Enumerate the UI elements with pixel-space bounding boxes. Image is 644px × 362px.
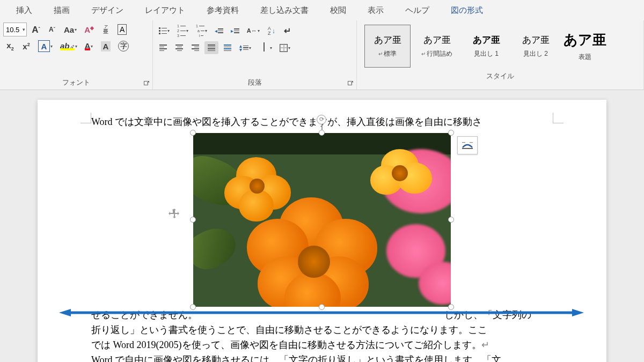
style-preview: あア亜 [522, 34, 550, 46]
outdent-icon: ◂ [215, 28, 223, 34]
resize-handle[interactable] [319, 304, 325, 310]
text-line: せることができません。しかし、「文字列の [91, 308, 553, 323]
group-styles: あア亜↵標準あア亜↵行間詰めあア亜見出し 1あア亜見出し 2あア亜表題 スタイル [357, 20, 644, 90]
dialog-launcher-icon[interactable] [347, 80, 354, 87]
inserted-image[interactable] [193, 133, 451, 307]
resize-handle[interactable] [448, 217, 454, 223]
align-center-button[interactable] [172, 41, 186, 54]
decrease-indent-button[interactable]: ◂ [212, 25, 226, 38]
layout-options-button[interactable] [457, 136, 478, 154]
resize-handle[interactable] [190, 217, 196, 223]
align-right-icon [192, 45, 199, 51]
tab-layout[interactable]: レイアウト [134, 2, 196, 19]
tab-review[interactable]: 校閲 [319, 2, 357, 19]
bullets-icon [159, 27, 167, 34]
align-center-icon [175, 45, 183, 51]
tab-picture-format[interactable]: 図の形式 [440, 2, 494, 19]
tab-help[interactable]: ヘルプ [394, 2, 440, 19]
superscript-button[interactable]: x2 [19, 40, 33, 53]
text-line: では Word 2019(2005)を使って、画像や図を自由に移動させる方法につ… [91, 338, 553, 353]
bullets-button[interactable]: ▾ [156, 25, 172, 38]
tab-insert[interactable]: 挿入 [5, 2, 43, 19]
style-preview: あア亜 [473, 34, 500, 46]
chevron-down-icon: ▾ [91, 44, 93, 49]
group-paragraph: ▾ 123▾ 1ai▾ ◂ ▸ A↔▾ AZ↓ ↵ ▴▾▾ ▾ ▾ 段落 [153, 20, 357, 90]
svg-rect-2 [470, 142, 473, 143]
tab-view[interactable]: 表示 [357, 2, 394, 19]
chevron-down-icon: ▾ [50, 44, 53, 49]
group-font: 10.5 ▾ Aˆ Aˇ Aa▾ A◆ ア亜 A x2 x2 A▾ ab🖊▾ A… [0, 20, 153, 90]
indent-icon: ▸ [231, 28, 239, 34]
image-selection[interactable]: ⟳ [193, 133, 451, 307]
style-preview: あア亜 [423, 34, 451, 46]
chevron-down-icon: ▾ [205, 28, 207, 33]
subscript-button[interactable]: x2 [3, 40, 17, 53]
tab-draw[interactable]: 描画 [43, 2, 80, 19]
distributed-icon [224, 45, 231, 51]
resize-handle[interactable] [448, 130, 454, 136]
highlight-button[interactable]: ab🖊▾ [57, 40, 80, 53]
group-label-font: フォント [3, 76, 149, 90]
svg-rect-1 [462, 142, 465, 143]
text-line: 折り返し」という書式を使うことで、自由に移動させることができるようになります。こ… [91, 323, 553, 338]
dialog-launcher-icon[interactable] [143, 80, 150, 87]
borders-button[interactable]: ▾ [277, 41, 293, 54]
clear-formatting-button[interactable]: A◆ [82, 23, 97, 36]
character-border-button[interactable]: A [115, 23, 129, 36]
chevron-down-icon: ▾ [23, 27, 25, 32]
style-item[interactable]: あア亜↵標準 [364, 25, 411, 68]
distributed-button[interactable] [221, 41, 235, 54]
align-left-icon [159, 45, 167, 51]
style-item[interactable]: あア亜↵行間詰め [414, 25, 460, 68]
margin-marker [80, 113, 91, 123]
numbering-button[interactable]: 123▾ [174, 23, 191, 39]
multilevel-icon: 1ai [196, 24, 204, 38]
sort-button[interactable]: AZ↓ [265, 25, 279, 38]
tab-design[interactable]: デザイン [80, 2, 134, 19]
align-left-button[interactable] [156, 41, 170, 54]
font-color-button[interactable]: A▾ [82, 40, 96, 53]
show-hide-marks-button[interactable]: ↵ [281, 25, 295, 38]
phonetic-guide-button[interactable]: ア亜 [99, 23, 113, 36]
text-line: Word で自由に画像や図を移動させるには、「文字の折り返し」という書式を使用し… [91, 353, 553, 362]
group-label-styles: スタイル [360, 70, 640, 83]
text-effects-button[interactable]: A▾ [35, 39, 55, 54]
resize-handle[interactable] [319, 130, 325, 136]
resize-handle[interactable] [448, 304, 454, 310]
chevron-down-icon: ▾ [270, 46, 272, 50]
style-item[interactable]: あア亜見出し 1 [463, 25, 509, 68]
style-item[interactable]: あア亜見出し 2 [513, 25, 559, 68]
font-size-combo[interactable]: 10.5 ▾ [3, 23, 27, 36]
style-item[interactable]: あア亜表題 [562, 25, 608, 68]
body-text[interactable]: Word では文章中に画像や図を挿入することができますが、挿入直後は画像を自由に… [91, 115, 553, 362]
increase-indent-button[interactable]: ▸ [228, 25, 242, 38]
ribbon: 10.5 ▾ Aˆ Aˇ Aa▾ A◆ ア亜 A x2 x2 A▾ ab🖊▾ A… [0, 20, 644, 90]
line-spacing-button[interactable]: ▴▾▾ [237, 41, 254, 54]
resize-handle[interactable] [190, 304, 196, 310]
tab-references[interactable]: 参考資料 [196, 2, 250, 19]
font-size-value: 10.5 [6, 26, 19, 34]
multilevel-list-button[interactable]: 1ai▾ [193, 23, 210, 39]
move-cursor-icon [167, 207, 181, 221]
chevron-down-icon: ▾ [288, 46, 290, 50]
character-shading-button[interactable]: A [98, 40, 114, 53]
shading-button[interactable]: ▾ [256, 41, 275, 54]
align-right-button[interactable] [188, 41, 202, 54]
resize-handle[interactable] [190, 130, 196, 136]
tab-mailings[interactable]: 差し込み文書 [250, 2, 319, 19]
shrink-font-button[interactable]: Aˇ [45, 23, 59, 36]
change-case-button[interactable]: Aa▾ [61, 23, 79, 36]
asian-layout-button[interactable]: A↔▾ [244, 25, 262, 38]
rotate-handle[interactable]: ⟳ [317, 115, 327, 125]
style-caption: 見出し 1 [474, 49, 499, 58]
styles-gallery[interactable]: あア亜↵標準あア亜↵行間詰めあア亜見出し 1あア亜見出し 2あア亜表題 [360, 23, 640, 70]
style-caption: ↵標準 [378, 49, 397, 58]
justify-button[interactable] [204, 41, 218, 54]
grow-font-button[interactable]: Aˆ [29, 23, 43, 36]
style-caption: ↵行間詰め [421, 49, 452, 58]
sort-icon: AZ↓ [268, 26, 275, 35]
page[interactable]: Word では文章中に画像や図を挿入することができますが、挿入直後は画像を自由に… [38, 100, 606, 362]
borders-icon [280, 44, 288, 52]
ribbon-tabs: 挿入 描画 デザイン レイアウト 参考資料 差し込み文書 校閲 表示 ヘルプ 図… [0, 0, 644, 20]
enclose-characters-button[interactable]: 字 [115, 39, 131, 53]
